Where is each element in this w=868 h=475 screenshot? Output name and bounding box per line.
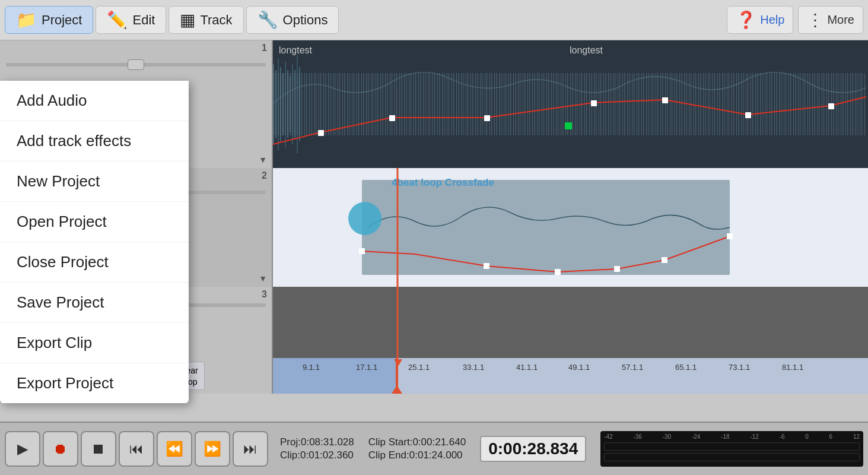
- svg-text:41.1.1: 41.1.1: [516, 363, 538, 372]
- track-1-slider-thumb[interactable]: [128, 59, 144, 70]
- vu-label-9: 6: [829, 433, 833, 440]
- fwd-button[interactable]: ⏩: [195, 431, 230, 467]
- svg-text:49.1.1: 49.1.1: [568, 363, 590, 372]
- menu-item-open-project[interactable]: Open Project: [0, 202, 189, 242]
- svg-rect-34: [614, 266, 620, 272]
- help-button[interactable]: ❓ Help: [727, 6, 793, 34]
- vu-label-5: -18: [721, 433, 729, 440]
- clip-start: Clip Start:0:00:21.640: [368, 436, 466, 448]
- svg-rect-32: [484, 263, 489, 269]
- track-label: Track: [200, 12, 232, 28]
- clip-time: Clip:0:01:02.360: [280, 449, 354, 461]
- record-button[interactable]: ⏺: [43, 431, 78, 467]
- svg-rect-36: [727, 233, 733, 239]
- track-2-arrow: ▼: [259, 274, 267, 283]
- track-icon: ▦: [180, 10, 195, 30]
- edit-label: Edit: [132, 12, 155, 28]
- track-1-slider-track: [6, 63, 266, 66]
- stop-icon: ⏹: [91, 441, 106, 457]
- folder-icon: 📁: [16, 10, 37, 30]
- stop-button[interactable]: ⏹: [81, 431, 116, 467]
- menu-item-add-track-effects[interactable]: Add track effects: [0, 121, 189, 162]
- vu-label-8: 0: [805, 433, 809, 440]
- toolbar: 📁 Project ✏️ Edit ▦ Track 🔧 Options ❓ He…: [0, 0, 868, 40]
- menu-item-export-project[interactable]: Export Project: [0, 363, 189, 403]
- menu-item-export-clip[interactable]: Export Clip: [0, 323, 189, 363]
- playhead-bottom: [396, 358, 398, 394]
- track-1-arrow: ▼: [259, 155, 267, 164]
- svg-rect-23: [662, 97, 668, 103]
- current-time-display: 0:00:28.834: [480, 436, 586, 462]
- back-icon: ⏪: [166, 441, 183, 457]
- svg-text:longtest: longtest: [570, 45, 603, 55]
- edit-button[interactable]: ✏️ Edit: [96, 6, 166, 34]
- menu-item-close-project[interactable]: Close Project: [0, 242, 189, 283]
- track-3-number: 3: [262, 289, 267, 300]
- vu-meter: -42 -36 -30 -24 -18 -12 -6 0 6 12: [600, 431, 863, 467]
- project-button[interactable]: 📁 Project: [5, 6, 93, 34]
- more-button[interactable]: ⋮ More: [798, 6, 863, 34]
- proj-time: Proj:0:08:31.028: [280, 436, 354, 448]
- track-1-number: 1: [262, 43, 267, 53]
- menu-item-add-audio[interactable]: Add Audio: [0, 81, 189, 121]
- options-label: Options: [283, 12, 328, 28]
- menu-item-new-project[interactable]: New Project: [0, 162, 189, 202]
- end-button[interactable]: ⏭: [233, 431, 268, 467]
- track-1-waveform: longtest longtest: [273, 40, 868, 168]
- svg-rect-28: [362, 180, 730, 275]
- ruler-svg: 9.1.1 17.1.1 25.1.1 33.1.1 41.1.1 49.1.1…: [273, 358, 868, 394]
- svg-rect-35: [662, 257, 667, 263]
- svg-rect-24: [745, 112, 751, 118]
- back-button[interactable]: ⏪: [157, 431, 192, 467]
- svg-text:57.1.1: 57.1.1: [622, 363, 643, 372]
- svg-rect-33: [555, 269, 561, 275]
- options-icon: 🔧: [257, 10, 278, 30]
- time-info: Proj:0:08:31.028 Clip:0:01:02.360: [280, 436, 354, 461]
- svg-rect-25: [565, 122, 572, 129]
- menu-item-save-project[interactable]: Save Project: [0, 283, 189, 323]
- options-button[interactable]: 🔧 Options: [246, 6, 339, 34]
- svg-text:65.1.1: 65.1.1: [675, 363, 697, 372]
- clip-info: Clip Start:0:00:21.640 Clip End:0:01:24.…: [368, 436, 466, 461]
- track-2-number: 2: [262, 170, 267, 181]
- vu-label-1: -42: [604, 433, 612, 440]
- rewind-icon: ⏮: [129, 441, 144, 457]
- svg-text:33.1.1: 33.1.1: [463, 363, 484, 372]
- track-button[interactable]: ▦ Track: [168, 6, 243, 34]
- edit-icon: ✏️: [107, 10, 128, 30]
- vu-bar-1: [604, 442, 860, 451]
- track-1-content[interactable]: longtest longtest: [273, 40, 868, 168]
- end-icon: ⏭: [243, 441, 257, 457]
- bottom-controls: ▶ ⏺ ⏹ ⏮ ⏪ ⏩ ⏭ Proj:0:08:31.028 Clip:0:01…: [0, 422, 868, 475]
- svg-text:longtest: longtest: [279, 45, 313, 55]
- svg-text:73.1.1: 73.1.1: [729, 363, 750, 372]
- vu-label-6: -12: [750, 433, 758, 440]
- play-button[interactable]: ▶: [5, 431, 40, 467]
- svg-rect-31: [359, 248, 365, 254]
- vu-label-10: 12: [853, 433, 860, 440]
- track-2-content[interactable]: 4beat loop Crossfade: [273, 168, 868, 287]
- timeline-ruler[interactable]: 9.1.1 17.1.1 25.1.1 33.1.1 41.1.1 49.1.1…: [273, 358, 868, 394]
- vu-label-2: -36: [633, 433, 641, 440]
- svg-text:4beat loop Crossfade: 4beat loop Crossfade: [392, 177, 494, 188]
- record-icon: ⏺: [53, 441, 68, 457]
- main-area: Add Audio Add track effects New Project …: [0, 40, 868, 475]
- svg-text:25.1.1: 25.1.1: [408, 363, 430, 372]
- clip-end: Clip End:0:01:24.000: [368, 449, 466, 461]
- track-3-content[interactable]: [273, 287, 868, 358]
- svg-rect-19: [318, 130, 324, 136]
- svg-rect-26: [828, 103, 834, 109]
- svg-rect-21: [484, 115, 490, 121]
- vu-label-7: -6: [780, 433, 785, 440]
- help-label: Help: [760, 13, 784, 27]
- svg-text:9.1.1: 9.1.1: [303, 363, 320, 372]
- playhead-triangle: [392, 385, 402, 394]
- svg-text:17.1.1: 17.1.1: [356, 363, 377, 372]
- fwd-icon: ⏩: [204, 441, 221, 457]
- track-1-slider-area: [0, 58, 272, 71]
- svg-point-29: [348, 202, 381, 235]
- project-label: Project: [42, 12, 82, 28]
- track-2-waveform: 4beat loop Crossfade: [273, 168, 868, 287]
- vu-label-4: -24: [692, 433, 700, 440]
- rewind-button[interactable]: ⏮: [119, 431, 154, 467]
